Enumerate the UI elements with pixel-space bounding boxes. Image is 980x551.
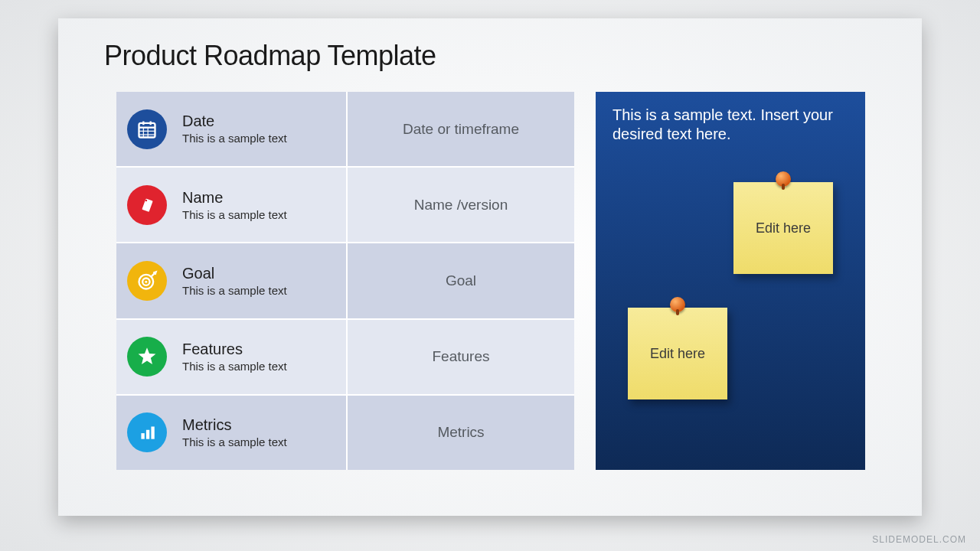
svg-rect-15 bbox=[151, 427, 154, 439]
row-value: Name /version bbox=[348, 168, 574, 242]
row-value: Date or timeframe bbox=[348, 92, 574, 166]
svg-point-9 bbox=[145, 200, 148, 202]
row-label-cell: Name This is a sample text bbox=[116, 168, 348, 242]
page-title: Product Roadmap Template bbox=[104, 40, 436, 72]
star-icon bbox=[127, 337, 167, 377]
svg-rect-14 bbox=[146, 430, 149, 439]
row-subtitle: This is a sample text bbox=[182, 132, 287, 145]
sticky-label: Edit here bbox=[756, 220, 811, 236]
row-subtitle: This is a sample text bbox=[182, 360, 287, 373]
roadmap-table: Date This is a sample text Date or timef… bbox=[116, 92, 574, 470]
pin-icon bbox=[670, 297, 685, 312]
table-row: Name This is a sample text Name /version bbox=[116, 168, 574, 243]
svg-point-12 bbox=[145, 281, 147, 283]
svg-rect-0 bbox=[139, 122, 155, 137]
row-title: Date bbox=[182, 112, 287, 130]
row-title: Name bbox=[182, 189, 287, 207]
pin-icon bbox=[776, 171, 791, 187]
row-subtitle: This is a sample text bbox=[182, 284, 287, 297]
row-label-cell: Date This is a sample text bbox=[116, 92, 348, 166]
sticky-note: Edit here bbox=[628, 308, 727, 399]
chart-icon bbox=[127, 412, 167, 452]
panel-text: This is a sample text. Insert your desir… bbox=[596, 92, 865, 144]
calendar-icon bbox=[127, 109, 167, 149]
table-row: Goal This is a sample text Goal bbox=[116, 243, 574, 319]
row-label-cell: Goal This is a sample text bbox=[116, 243, 348, 318]
table-row: Features This is a sample text Features bbox=[116, 320, 574, 396]
table-row: Date This is a sample text Date or timef… bbox=[116, 92, 574, 168]
row-title: Metrics bbox=[182, 416, 287, 434]
row-label-cell: Features This is a sample text bbox=[116, 320, 348, 394]
tag-icon bbox=[127, 185, 167, 225]
row-value: Metrics bbox=[348, 396, 574, 470]
row-label-cell: Metrics This is a sample text bbox=[116, 396, 348, 470]
row-title: Goal bbox=[182, 265, 287, 282]
target-icon bbox=[127, 261, 167, 301]
svg-rect-8 bbox=[142, 198, 152, 212]
watermark: SLIDEMODEL.COM bbox=[872, 534, 966, 545]
table-row: Metrics This is a sample text Metrics bbox=[116, 396, 574, 470]
row-subtitle: This is a sample text bbox=[182, 208, 287, 221]
row-value: Goal bbox=[348, 243, 574, 318]
row-value: Features bbox=[348, 320, 574, 394]
sticky-note: Edit here bbox=[733, 182, 833, 274]
row-subtitle: This is a sample text bbox=[182, 435, 287, 448]
sticky-label: Edit here bbox=[650, 346, 705, 362]
row-title: Features bbox=[182, 341, 287, 358]
side-panel: This is a sample text. Insert your desir… bbox=[596, 92, 865, 470]
svg-rect-13 bbox=[141, 433, 144, 439]
slide: Product Roadmap Template Date This is a … bbox=[58, 18, 922, 516]
